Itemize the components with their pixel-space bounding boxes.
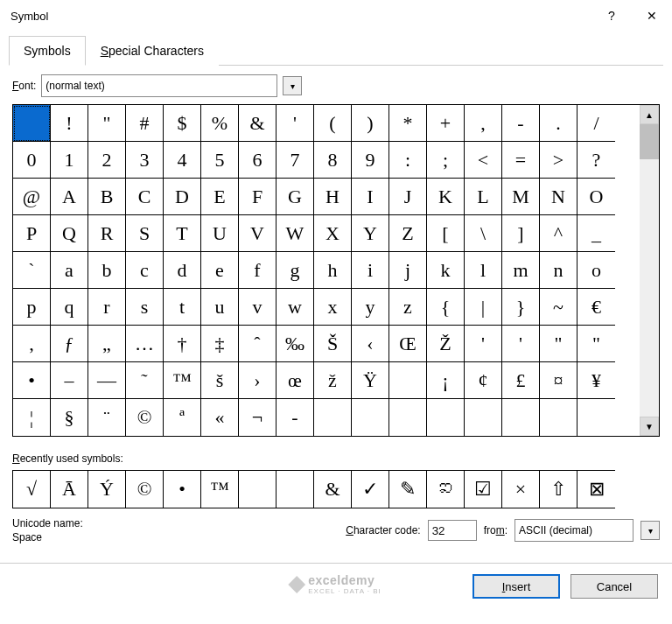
symbol-cell[interactable]: _ bbox=[578, 215, 615, 252]
symbol-cell[interactable]: £ bbox=[502, 362, 540, 399]
tab-symbols[interactable]: Symbols bbox=[9, 36, 86, 66]
symbol-cell[interactable] bbox=[389, 362, 427, 399]
symbol-cell[interactable]: e bbox=[201, 252, 239, 289]
symbol-cell[interactable]: @ bbox=[13, 179, 51, 215]
symbol-cell[interactable]: ` bbox=[13, 252, 51, 289]
recent-symbol-cell[interactable]: × bbox=[502, 471, 540, 508]
recent-symbol-cell[interactable]: Ý bbox=[88, 471, 126, 508]
recent-symbol-cell[interactable] bbox=[239, 471, 276, 508]
symbol-cell[interactable]: u bbox=[201, 289, 239, 326]
symbol-cell[interactable]: x bbox=[314, 289, 352, 326]
symbol-cell[interactable]: O bbox=[578, 179, 615, 215]
scroll-up-button[interactable]: ▲ bbox=[640, 105, 659, 124]
symbol-cell[interactable]: " bbox=[540, 326, 578, 362]
symbol-cell[interactable]: Q bbox=[51, 215, 88, 252]
symbol-cell[interactable]: " bbox=[88, 105, 126, 142]
symbol-cell[interactable]: a bbox=[51, 252, 88, 289]
symbol-cell[interactable]: ˜ bbox=[126, 362, 164, 399]
from-dropdown[interactable]: ASCII (decimal) bbox=[514, 519, 634, 542]
symbol-cell[interactable]: Z bbox=[389, 215, 427, 252]
symbol-cell[interactable]: ™ bbox=[164, 362, 201, 399]
symbol-cell[interactable] bbox=[314, 399, 352, 436]
symbol-cell[interactable]: f bbox=[239, 252, 276, 289]
symbol-cell[interactable]: | bbox=[465, 289, 502, 326]
symbol-cell[interactable]: ¦ bbox=[13, 399, 51, 436]
symbol-cell[interactable]: - bbox=[502, 105, 540, 142]
help-button[interactable]: ? bbox=[592, 2, 632, 30]
symbol-cell[interactable]: — bbox=[88, 362, 126, 399]
recent-symbol-cell[interactable]: ™ bbox=[201, 471, 239, 508]
symbol-cell[interactable]: V bbox=[239, 215, 276, 252]
symbol-cell[interactable]: W bbox=[276, 215, 314, 252]
symbol-cell[interactable]: 7 bbox=[276, 142, 314, 179]
from-dropdown-button[interactable]: ▾ bbox=[640, 521, 660, 540]
symbol-cell[interactable]: ' bbox=[465, 326, 502, 362]
symbol-cell[interactable]: ¢ bbox=[465, 362, 502, 399]
symbol-cell[interactable]: • bbox=[13, 362, 51, 399]
symbol-cell[interactable]: + bbox=[427, 105, 465, 142]
symbol-cell[interactable] bbox=[427, 399, 465, 436]
symbol-cell[interactable]: * bbox=[389, 105, 427, 142]
character-code-input[interactable] bbox=[428, 520, 477, 541]
symbol-cell[interactable]: Ž bbox=[427, 326, 465, 362]
symbol-cell[interactable] bbox=[13, 105, 51, 142]
symbol-cell[interactable]: - bbox=[276, 399, 314, 436]
symbol-cell[interactable]: H bbox=[314, 179, 352, 215]
symbol-cell[interactable]: " bbox=[578, 326, 615, 362]
symbol-cell[interactable]: Ÿ bbox=[352, 362, 389, 399]
scroll-down-button[interactable]: ▼ bbox=[640, 417, 659, 436]
symbol-cell[interactable]: ¥ bbox=[578, 362, 615, 399]
symbol-cell[interactable]: S bbox=[126, 215, 164, 252]
font-dropdown[interactable]: (normal text) bbox=[41, 74, 277, 97]
symbol-cell[interactable]: M bbox=[502, 179, 540, 215]
recent-symbol-cell[interactable]: ⇧ bbox=[540, 471, 578, 508]
symbol-cell[interactable] bbox=[389, 399, 427, 436]
symbol-cell[interactable]: / bbox=[578, 105, 615, 142]
symbol-cell[interactable]: 8 bbox=[314, 142, 352, 179]
symbol-cell[interactable]: š bbox=[201, 362, 239, 399]
insert-button[interactable]: Insert bbox=[472, 574, 560, 599]
symbol-cell[interactable]: I bbox=[352, 179, 389, 215]
symbol-cell[interactable]: L bbox=[465, 179, 502, 215]
symbol-cell[interactable] bbox=[578, 399, 615, 436]
symbol-cell[interactable]: „ bbox=[88, 326, 126, 362]
symbol-cell[interactable]: 3 bbox=[126, 142, 164, 179]
symbol-cell[interactable]: œ bbox=[276, 362, 314, 399]
symbol-cell[interactable]: C bbox=[126, 179, 164, 215]
symbol-cell[interactable]: \ bbox=[465, 215, 502, 252]
symbol-cell[interactable]: ¡ bbox=[427, 362, 465, 399]
symbol-cell[interactable]: † bbox=[164, 326, 201, 362]
scroll-thumb[interactable] bbox=[640, 124, 659, 159]
recent-symbol-cell[interactable]: ఐ bbox=[427, 471, 465, 508]
symbol-cell[interactable]: & bbox=[239, 105, 276, 142]
symbol-cell[interactable]: t bbox=[164, 289, 201, 326]
symbol-cell[interactable]: © bbox=[126, 399, 164, 436]
symbol-cell[interactable]: N bbox=[540, 179, 578, 215]
symbol-cell[interactable]: ( bbox=[314, 105, 352, 142]
symbol-cell[interactable]: . bbox=[540, 105, 578, 142]
symbol-cell[interactable]: v bbox=[239, 289, 276, 326]
recent-symbol-cell[interactable]: © bbox=[126, 471, 164, 508]
symbol-cell[interactable]: ¨ bbox=[88, 399, 126, 436]
symbol-cell[interactable]: ] bbox=[502, 215, 540, 252]
symbol-cell[interactable] bbox=[502, 399, 540, 436]
scrollbar[interactable]: ▲ ▼ bbox=[640, 105, 659, 436]
symbol-cell[interactable] bbox=[465, 399, 502, 436]
symbol-cell[interactable]: K bbox=[427, 179, 465, 215]
symbol-cell[interactable]: ; bbox=[427, 142, 465, 179]
symbol-cell[interactable]: › bbox=[239, 362, 276, 399]
symbol-cell[interactable]: g bbox=[276, 252, 314, 289]
symbol-cell[interactable]: 0 bbox=[13, 142, 51, 179]
symbol-cell[interactable]: { bbox=[427, 289, 465, 326]
symbol-cell[interactable]: < bbox=[465, 142, 502, 179]
symbol-cell[interactable]: ? bbox=[578, 142, 615, 179]
symbol-cell[interactable]: … bbox=[126, 326, 164, 362]
scroll-track[interactable] bbox=[640, 159, 659, 417]
symbol-cell[interactable]: , bbox=[465, 105, 502, 142]
symbol-cell[interactable]: ˆ bbox=[239, 326, 276, 362]
symbol-cell[interactable]: – bbox=[51, 362, 88, 399]
symbol-cell[interactable]: y bbox=[352, 289, 389, 326]
symbol-cell[interactable]: Š bbox=[314, 326, 352, 362]
symbol-cell[interactable]: § bbox=[51, 399, 88, 436]
symbol-cell[interactable]: z bbox=[389, 289, 427, 326]
